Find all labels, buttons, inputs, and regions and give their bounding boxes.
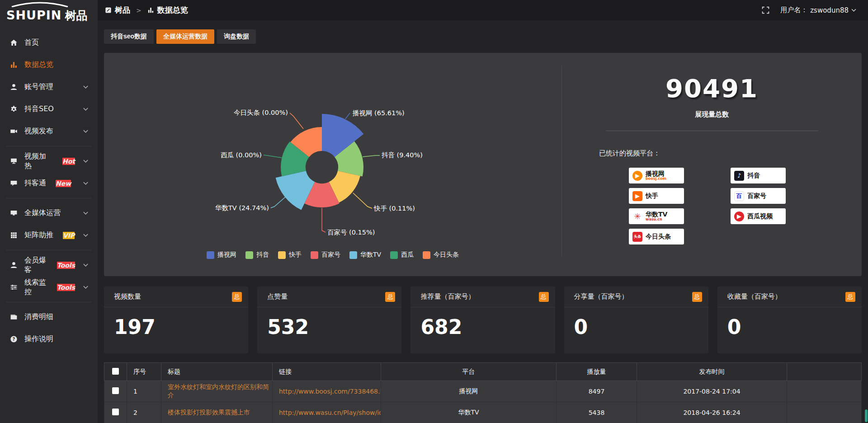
legend-swatch — [311, 251, 318, 259]
user-menu[interactable]: 用户名： zswodun88 — [780, 6, 856, 14]
platform-badge-kuaishou[interactable]: ▶ 快手 — [629, 188, 684, 204]
brand-logo[interactable]: SHUPIN 树品 — [0, 0, 98, 25]
logo-text-en: SHUPIN — [6, 9, 61, 21]
topbar: 树品 > 数据总览 用户名： zswodun88 — [98, 0, 868, 20]
sidebar-item-matrix-boost[interactable]: 矩阵助推 VIP — [0, 224, 98, 246]
sidebar-item-spend-detail[interactable]: 消费明细 — [0, 306, 98, 328]
boosj-icon: ▶ — [632, 171, 642, 181]
sidebar-item-label: 视频加热 — [24, 152, 53, 171]
sidebar-item-doketong[interactable]: 抖客通 New — [0, 172, 98, 194]
cell-title[interactable]: 楼体投影灯投影效果震撼上市 — [161, 402, 273, 423]
chevron-down-icon — [82, 263, 90, 267]
cell-title[interactable]: 室外水纹灯和室内水纹灯的区别和简介 — [161, 381, 273, 402]
summary-area: 90491 展现量总数 已统计的视频平台： ▶ 播视网boosj.com ♪ 抖… — [562, 53, 862, 276]
fullscreen-icon[interactable] — [762, 6, 769, 14]
tab-omnimedia-data[interactable]: 全媒体运营数据 — [156, 29, 214, 44]
total-badge[interactable]: 总 — [692, 292, 702, 302]
total-badge[interactable]: 总 — [232, 292, 242, 302]
breadcrumb-separator: > — [136, 7, 142, 14]
cell-time: 2017-08-24 17:04 — [637, 381, 787, 402]
legend-item[interactable]: 华数TV — [349, 251, 381, 259]
pie-label-line — [322, 208, 326, 232]
breadcrumb-item[interactable]: 树品 — [115, 5, 130, 15]
chevron-down-icon — [82, 160, 90, 163]
total-badge[interactable]: 总 — [385, 292, 395, 302]
tools-badge: Tools — [57, 262, 75, 269]
pie-chart-area: 播视网 (65.61%)抖音 (9.40%)快手 (0.11%)百家号 (0.1… — [104, 53, 561, 276]
platform-badge-xigua[interactable]: ▶ 西瓜视频 — [731, 208, 786, 224]
card-favorites: 收藏量（百家号）总 0 — [717, 287, 862, 353]
total-badge[interactable]: 总 — [845, 292, 855, 302]
pie-label: 百家号 (0.15%) — [327, 229, 375, 236]
summary-divider — [606, 131, 818, 131]
pie-label-line — [271, 197, 285, 208]
toutiao-icon: 头条 — [632, 232, 642, 242]
chevron-down-icon — [82, 108, 90, 111]
person-icon — [10, 261, 18, 269]
tab-douyin-seo-data[interactable]: 抖音seo数据 — [104, 29, 154, 44]
sidebar-item-video-publish[interactable]: 视频发布 — [0, 120, 98, 142]
sidebar-item-label: 矩阵助推 — [24, 230, 53, 240]
card-shares: 分享量（百家号）总 0 — [564, 287, 708, 353]
total-badge[interactable]: 总 — [539, 292, 549, 302]
xigua-icon: ▶ — [734, 212, 744, 221]
platform-badge-boosj[interactable]: ▶ 播视网boosj.com — [629, 168, 684, 183]
table-header-row: 序号 标题 链接 平台 播放量 发布时间 — [104, 363, 862, 381]
sidebar-item-omnimedia[interactable]: 全媒体运营 — [0, 202, 98, 224]
platform-badge-baijiahao[interactable]: 百 百家号 — [731, 188, 786, 204]
main-content: 抖音seo数据 全媒体运营数据 询盘数据 播视网 (65.61%)抖音 (9.4… — [98, 20, 868, 423]
legend-item[interactable]: 快手 — [278, 251, 302, 259]
legend-item[interactable]: 西瓜 — [390, 251, 414, 259]
platform-badge-douyin[interactable]: ♪ 抖音 — [731, 168, 786, 183]
row-checkbox[interactable] — [112, 409, 119, 415]
sidebar-item-lead-monitor[interactable]: 线索监控 Tools — [0, 276, 98, 298]
tab-bar: 抖音seo数据 全媒体运营数据 询盘数据 — [104, 29, 862, 44]
cell-link[interactable]: http://www.boosj.com/7338468.html — [279, 388, 381, 395]
chat-bubble-icon — [10, 179, 18, 187]
platform-badge-wasu[interactable]: ✳ 华数TVwasu.cn — [629, 208, 684, 224]
new-badge: New — [56, 180, 71, 187]
sidebar-item-home[interactable]: 首页 — [0, 32, 98, 54]
kuaishou-icon: ▶ — [632, 191, 642, 201]
chevron-down-icon — [82, 85, 90, 89]
chart-legend: 播视网 抖音 快手 百家号 华数TV 西瓜 今日头条 — [104, 251, 561, 259]
sidebar-item-label: 视频发布 — [24, 127, 53, 136]
cell-plays: 8497 — [557, 381, 637, 402]
sidebar-item-help[interactable]: ? 操作说明 — [0, 328, 98, 350]
legend-item[interactable]: 抖音 — [245, 251, 269, 259]
platform-badge-toutiao[interactable]: 头条 今日头条 — [629, 229, 684, 244]
tools-badge: Tools — [57, 284, 75, 291]
col-time: 发布时间 — [637, 363, 787, 381]
pie-label: 快手 (0.11%) — [373, 205, 415, 212]
sidebar-item-account[interactable]: 账号管理 — [0, 76, 98, 98]
cell-link[interactable]: http://www.wasu.cn/Play/show/id/952... — [279, 409, 381, 416]
sidebar-item-label: 抖客通 — [24, 179, 46, 188]
sidebar-item-video-heat[interactable]: 视频加热 Hot — [0, 150, 98, 172]
legend-item[interactable]: 今日头条 — [423, 251, 459, 259]
row-checkbox[interactable] — [112, 387, 119, 394]
sidebar-item-data-overview[interactable]: 数据总览 — [0, 54, 98, 76]
impressions-label: 展现量总数 — [562, 110, 862, 119]
breadcrumb-item[interactable]: 数据总览 — [157, 5, 188, 15]
rose-pie-chart: 播视网 (65.61%)抖音 (9.40%)快手 (0.11%)百家号 (0.1… — [104, 53, 561, 276]
sidebar-item-douyin-seo[interactable]: 抖音SEO — [0, 98, 98, 120]
legend-item[interactable]: 播视网 — [207, 251, 236, 259]
stat-cards: 视频数量总 197 点赞量总 532 推荐量（百家号）总 682 分享量（百家号… — [104, 287, 862, 353]
sidebar-item-member-burst[interactable]: 会员爆客 Tools — [0, 254, 98, 276]
card-value: 197 — [104, 307, 248, 338]
legend-item[interactable]: 百家号 — [311, 251, 340, 259]
pie-label: 抖音 (9.40%) — [382, 151, 423, 159]
select-all-checkbox[interactable] — [112, 368, 119, 375]
cell-no: 1 — [127, 381, 161, 402]
chevron-down-icon — [82, 182, 90, 185]
menu-divider — [6, 302, 91, 302]
sidebar-item-label: 全媒体运营 — [24, 208, 61, 218]
col-link: 链接 — [273, 363, 381, 381]
grid-icon — [10, 231, 18, 239]
home-icon — [10, 39, 18, 47]
scrollbar-thumb[interactable] — [865, 409, 868, 422]
tab-inquiry-data[interactable]: 询盘数据 — [217, 29, 256, 44]
pie-label-line — [290, 113, 303, 129]
wasu-icon: ✳ — [632, 212, 642, 221]
chevron-down-icon — [82, 130, 90, 133]
